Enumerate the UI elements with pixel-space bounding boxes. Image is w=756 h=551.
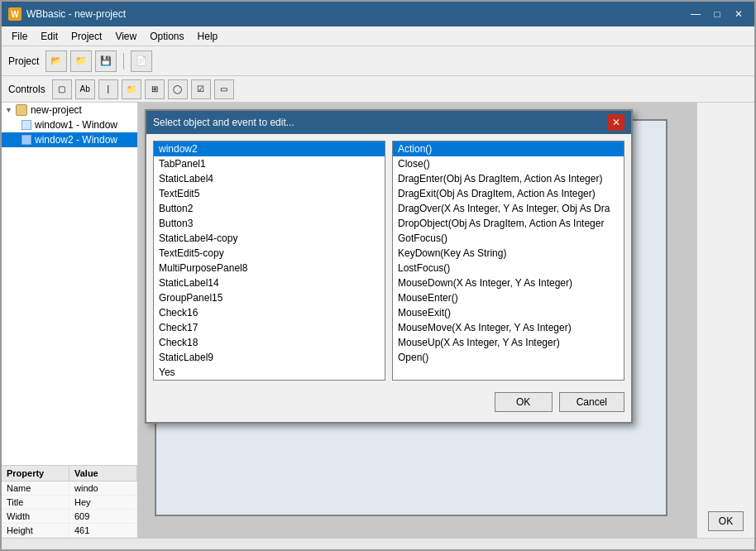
event-open[interactable]: Open() [393, 350, 624, 365]
dialog-title: Select object and event to edit... [153, 117, 294, 128]
event-lostfocus[interactable]: LostFocus() [393, 261, 624, 276]
objects-listbox[interactable]: window2 TabPanel1 StaticLabel4 TextEdit5… [153, 141, 385, 381]
ctrl-grid-btn[interactable]: ⊞ [145, 79, 165, 99]
event-action[interactable]: Action() [393, 141, 624, 156]
right-ok-button[interactable]: OK [708, 511, 744, 531]
event-mouseup[interactable]: MouseUp(X As Integer, Y As Integer) [393, 335, 624, 350]
editor-area: Select object and event to edit... ✕ win… [138, 103, 696, 538]
tree-item-window1[interactable]: window1 - Window [2, 117, 137, 132]
props-width-label: Width [2, 510, 69, 523]
bottom-scrollbar[interactable] [2, 538, 754, 549]
list-item-textedit5copy[interactable]: TextEdit5-copy [154, 246, 385, 261]
dialog-ok-button[interactable]: OK [495, 392, 553, 412]
props-name-value[interactable]: windo [69, 482, 137, 495]
tree-item-window2[interactable]: window2 - Window [2, 132, 137, 147]
ctrl-textcursor-btn[interactable]: | [98, 79, 118, 99]
list-item-staticlabel4copy[interactable]: StaticLabel4-copy [154, 231, 385, 246]
dialog-content: window2 TabPanel1 StaticLabel4 TextEdit5… [146, 134, 631, 422]
right-panel: OK [696, 103, 754, 538]
event-dialog: Select object and event to edit... ✕ win… [145, 109, 633, 424]
ctrl-folder-btn[interactable]: 📁 [122, 79, 141, 99]
menu-bar: FileEditProjectViewOptionsHelp [2, 26, 754, 46]
title-bar-left: W WBbasic - new-project [8, 7, 126, 21]
ctrl-file-btn[interactable]: ◯ [168, 79, 188, 99]
toolbar-project-label: Project [8, 55, 39, 67]
event-keydown[interactable]: KeyDown(Key As String) [393, 246, 624, 261]
list-item-staticlabel14[interactable]: StaticLabel14 [154, 276, 385, 290]
props-height-label: Height [2, 524, 69, 537]
props-header: Property Value [2, 466, 137, 482]
main-window: W WBbasic - new-project — □ ✕ FileEditPr… [0, 0, 756, 551]
window1-icon [22, 120, 31, 130]
event-close[interactable]: Close() [393, 156, 624, 171]
list-item-check18[interactable]: Check18 [154, 335, 385, 350]
tree-item-window1-label: window1 - Window [35, 119, 117, 131]
menu-item-project[interactable]: Project [65, 29, 108, 44]
menu-item-edit[interactable]: Edit [34, 29, 65, 44]
props-row-height: Height 461 [2, 524, 137, 538]
menu-item-view[interactable]: View [108, 29, 143, 44]
toolbar: Project 📂 📁 💾 📄 [2, 46, 754, 76]
app-icon: W [8, 7, 22, 21]
props-row-name: Name windo [2, 482, 137, 496]
event-gotfocus[interactable]: GotFocus() [393, 231, 624, 246]
project-icon [16, 104, 27, 116]
event-dragover[interactable]: DragOver(X As Integer, Y As Integer, Obj… [393, 201, 624, 216]
title-bar: W WBbasic - new-project — □ ✕ [2, 2, 754, 26]
tree-root[interactable]: ▼ new-project [2, 103, 137, 117]
tree-root-label: new-project [31, 104, 82, 116]
list-item-check17[interactable]: Check17 [154, 320, 385, 335]
list-item-button2[interactable]: Button2 [154, 201, 385, 216]
dialog-buttons: OK Cancel [153, 389, 624, 415]
ctrl-checkbox-btn[interactable]: ☑ [191, 79, 211, 99]
list-item-yes[interactable]: Yes [154, 365, 385, 380]
list-item-textedit5[interactable]: TextEdit5 [154, 186, 385, 201]
close-button[interactable]: ✕ [730, 5, 748, 23]
event-mouseenter[interactable]: MouseEnter() [393, 290, 624, 305]
menu-item-file[interactable]: File [5, 29, 34, 44]
window-title: WBbasic - new-project [26, 8, 126, 20]
list-item-button3[interactable]: Button3 [154, 216, 385, 231]
event-dragenter[interactable]: DragEnter(Obj As DragItem, Action As Int… [393, 171, 624, 186]
minimize-button[interactable]: — [687, 5, 705, 23]
list-item-tabpanel1[interactable]: TabPanel1 [154, 156, 385, 171]
ctrl-text-btn[interactable]: Ab [75, 79, 95, 99]
list-item-staticlabel4[interactable]: StaticLabel4 [154, 171, 385, 186]
toolbar-folder-btn[interactable]: 📁 [70, 50, 92, 72]
props-row-width: Width 609 [2, 510, 137, 524]
properties-panel: Property Value Name windo Title Hey Widt… [2, 465, 137, 538]
props-width-value[interactable]: 609 [69, 510, 137, 523]
list-item-check16[interactable]: Check16 [154, 305, 385, 320]
list-item-grouppanel15[interactable]: GroupPanel15 [154, 290, 385, 305]
list-item-window2[interactable]: window2 [154, 141, 385, 156]
list-item-staticlabel11[interactable]: StaticLabel11 [154, 380, 385, 381]
ctrl-cursor-btn[interactable]: ▢ [52, 79, 72, 99]
list-item-staticlabel9[interactable]: StaticLabel9 [154, 350, 385, 365]
menu-item-options[interactable]: Options [143, 29, 190, 44]
event-dropobject[interactable]: DropObject(Obj As DragItem, Action As In… [393, 216, 624, 231]
props-title-value[interactable]: Hey [69, 496, 137, 509]
ctrl-radio-btn[interactable]: ▭ [214, 79, 234, 99]
event-mouseexit[interactable]: MouseExit() [393, 305, 624, 320]
tree-expand-icon: ▼ [5, 106, 12, 114]
dialog-lists: window2 TabPanel1 StaticLabel4 TextEdit5… [153, 141, 624, 381]
event-mousedown[interactable]: MouseDown(X As Integer, Y As Integer) [393, 276, 624, 290]
props-title-label: Title [2, 496, 69, 509]
event-dragexit[interactable]: DragExit(Obj As DragItem, Action As Inte… [393, 186, 624, 201]
menu-item-help[interactable]: Help [191, 29, 225, 44]
props-row-title: Title Hey [2, 496, 137, 510]
dialog-close-button[interactable]: ✕ [608, 114, 624, 131]
window2-icon [22, 135, 31, 145]
tree-item-window2-label: window2 - Window [35, 134, 117, 146]
dialog-cancel-button[interactable]: Cancel [559, 392, 624, 412]
left-panel: ▼ new-project window1 - Window window2 -… [2, 103, 138, 538]
toolbar-open-btn[interactable]: 📂 [45, 50, 67, 72]
maximize-button[interactable]: □ [708, 5, 726, 23]
props-height-value[interactable]: 461 [69, 524, 137, 537]
events-listbox[interactable]: Action() Close() DragEnter(Obj As DragIt… [392, 141, 624, 381]
toolbar-import-btn[interactable]: 📄 [131, 50, 152, 72]
toolbar-save-btn[interactable]: 💾 [95, 50, 117, 72]
props-name-label: Name [2, 482, 69, 495]
event-mousemove[interactable]: MouseMove(X As Integer, Y As Integer) [393, 320, 624, 335]
list-item-multipurposepanel8[interactable]: MultiPurposePanel8 [154, 261, 385, 276]
